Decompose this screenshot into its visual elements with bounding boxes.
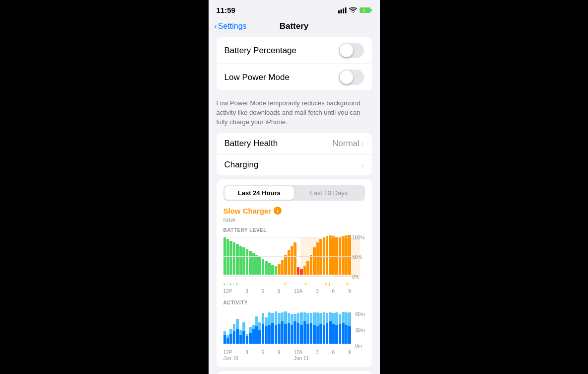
- low-power-mode-label: Low Power Mode: [224, 73, 290, 82]
- act-bar-30: [316, 311, 319, 344]
- act-bar-16: [271, 311, 274, 344]
- last-10-days-tab[interactable]: Last 10 Days: [294, 186, 364, 200]
- bar-8: [246, 249, 248, 275]
- low-power-mode-row[interactable]: Low Power Mode: [217, 64, 372, 90]
- battery-percentage-toggle[interactable]: [339, 43, 364, 58]
- charging-row[interactable]: Charging ›: [217, 154, 372, 175]
- svg-rect-1: [340, 9, 342, 13]
- bar-33: [326, 236, 328, 275]
- last-24-hours-tab[interactable]: Last 24 Hours: [224, 186, 294, 200]
- x-label-3b: 3: [316, 289, 319, 294]
- act-bar-32: [323, 311, 325, 344]
- activity-chart: 60m 30m 0m: [223, 311, 365, 349]
- act-bar-4: [233, 311, 235, 344]
- act-bar-11: [255, 311, 258, 344]
- act-bar-6: [239, 311, 242, 344]
- bar-6: [239, 246, 242, 275]
- bar-14: [265, 261, 267, 275]
- x-label-12p: 12P: [223, 289, 232, 294]
- activity-x-labels: 12P 3 6 9 12A 3 6 9: [223, 350, 351, 355]
- act-bar-8: [246, 311, 248, 344]
- bar-16: [271, 265, 274, 275]
- nav-bar: ‹ Settings Battery: [209, 17, 380, 37]
- y-label-50: 50%: [352, 254, 365, 260]
- battery-y-labels: 100% 50% 0%: [352, 235, 365, 280]
- bar-10: [252, 253, 255, 275]
- svg-rect-5: [370, 9, 372, 11]
- bar-22: [291, 246, 293, 275]
- bar-19: [281, 260, 284, 275]
- grid-line-bot: [223, 276, 351, 277]
- act-x-12a: 12A: [294, 350, 302, 355]
- battery-percentage-row[interactable]: Battery Percentage: [217, 37, 372, 64]
- bar-13: [262, 259, 264, 275]
- act-x-9: 9: [278, 350, 281, 355]
- battery-level-chart: 100% 50% 0%: [223, 235, 365, 280]
- act-bar-35: [332, 311, 335, 344]
- time-range-toggle[interactable]: Last 24 Hours Last 10 Days: [223, 185, 365, 201]
- chart-section: Last 24 Hours Last 10 Days Slow Charger …: [217, 179, 372, 367]
- act-x-12p: 12P: [223, 350, 232, 355]
- act-bar-2: [226, 311, 229, 344]
- status-icons: ⚡: [338, 7, 372, 13]
- act-bar-12: [258, 311, 261, 344]
- battery-status-icon: ⚡: [360, 7, 372, 13]
- x-label-3a: 3: [245, 289, 248, 294]
- bar-15: [268, 263, 271, 275]
- low-power-description: Low Power Mode temporarily reduces backg…: [209, 94, 380, 133]
- wifi-icon: [349, 7, 357, 13]
- act-bar-14: [265, 311, 267, 344]
- info-icon[interactable]: i: [274, 207, 282, 215]
- screen-stats-section: Screen Active Screen Idle: [217, 371, 372, 374]
- svg-rect-2: [343, 8, 344, 13]
- act-bar-3: [229, 311, 232, 344]
- act-bar-7: [242, 311, 245, 344]
- act-bar-27: [306, 311, 309, 344]
- act-bar-29: [313, 311, 315, 344]
- back-button[interactable]: ‹ Settings: [215, 22, 247, 31]
- y-label-100: 100%: [352, 235, 365, 240]
- activity-y-labels: 60m 30m 0m: [355, 311, 365, 349]
- status-time: 11:59: [217, 6, 235, 14]
- act-bar-31: [319, 311, 322, 344]
- act-bar-20: [284, 311, 287, 344]
- act-bar-13: [262, 311, 264, 344]
- status-bar: 11:59 ⚡: [209, 0, 380, 17]
- bar-17: [275, 266, 277, 275]
- act-bar-1: [223, 311, 226, 344]
- slow-charger-text: Slow Charger: [223, 207, 272, 215]
- x-label-9a: 9: [278, 289, 281, 294]
- act-bar-34: [329, 311, 331, 344]
- date-jun11: Jun 11: [294, 356, 309, 361]
- activity-bars: [223, 311, 351, 344]
- page-title: Battery: [280, 21, 309, 31]
- act-y-60: 60m: [355, 311, 365, 317]
- bar-4: [233, 242, 235, 275]
- battery-health-row[interactable]: Battery Health Normal ›: [217, 133, 372, 154]
- bar-7: [242, 247, 245, 275]
- svg-rect-0: [338, 10, 340, 13]
- date-labels: Jun 10 Jun 11: [223, 356, 351, 361]
- act-bar-39: [345, 311, 348, 344]
- battery-x-labels: 12P 3 6 9 12A 3 6 9: [223, 289, 351, 294]
- act-y-0: 0m: [355, 343, 365, 349]
- act-bar-5: [236, 311, 238, 344]
- act-bar-25: [300, 311, 302, 344]
- act-x-3b: 3: [316, 350, 319, 355]
- act-x-6b: 6: [332, 350, 335, 355]
- act-bar-18: [278, 311, 280, 344]
- bar-11: [255, 255, 258, 275]
- act-bar-23: [294, 311, 296, 344]
- description-text: Low Power Mode temporarily reduces backg…: [217, 99, 361, 126]
- health-section: Battery Health Normal › Charging ›: [217, 133, 372, 175]
- act-bar-36: [335, 311, 338, 344]
- low-power-mode-toggle[interactable]: [339, 70, 364, 85]
- act-bar-28: [310, 311, 312, 344]
- act-bar-24: [297, 311, 299, 344]
- act-bar-15: [268, 311, 271, 344]
- highlight-band-1: [300, 237, 320, 277]
- act-bar-19: [281, 311, 284, 344]
- act-x-6: 6: [262, 350, 265, 355]
- act-bar-26: [303, 311, 306, 344]
- act-bar-17: [275, 311, 277, 344]
